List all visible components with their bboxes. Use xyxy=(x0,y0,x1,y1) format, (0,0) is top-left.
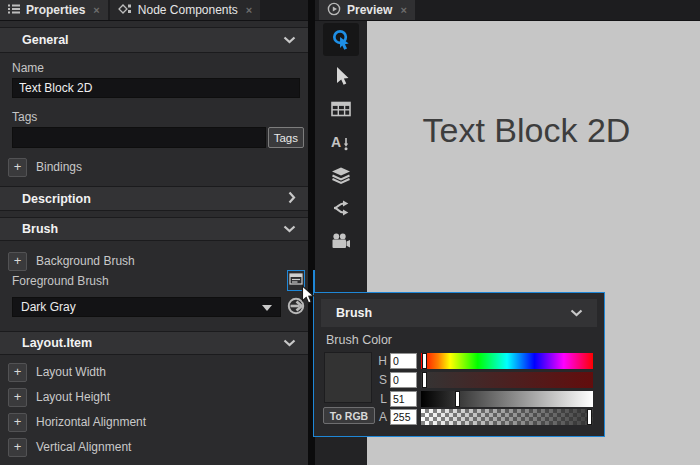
popup-section-brush[interactable]: Brush xyxy=(321,299,597,327)
text-tool[interactable]: A xyxy=(323,130,359,154)
layout-width-label: Layout Width xyxy=(36,365,106,379)
section-general[interactable]: General xyxy=(0,27,308,53)
lightness-slider[interactable] xyxy=(421,391,593,407)
to-rgb-button[interactable]: To RGB xyxy=(323,407,375,424)
layout-height-row: + Layout Height xyxy=(8,387,300,407)
preview-tab-bar: Preview × xyxy=(315,0,700,21)
kanzi-studio-window: Properties × Node Components × General N… xyxy=(0,0,700,465)
section-description[interactable]: Description xyxy=(0,186,308,211)
chevron-down-icon xyxy=(262,300,272,314)
select-tool[interactable] xyxy=(323,64,359,88)
hue-label: H xyxy=(374,354,387,368)
mouse-cursor xyxy=(301,285,315,309)
chevron-right-icon xyxy=(288,191,296,207)
saturation-label: S xyxy=(374,373,387,387)
tags-input[interactable] xyxy=(12,127,266,148)
chevron-down-icon xyxy=(283,336,296,350)
add-layout-width-button[interactable]: + xyxy=(8,363,27,382)
layout-width-row: + Layout Width xyxy=(8,362,300,382)
alpha-row: A xyxy=(374,408,593,425)
close-icon[interactable]: × xyxy=(400,4,406,16)
camera-tool[interactable] xyxy=(323,229,359,253)
tab-preview[interactable]: Preview × xyxy=(319,0,415,20)
tab-node-components-label: Node Components xyxy=(138,3,238,17)
foreground-brush-dropdown[interactable]: Dark Gray xyxy=(12,297,281,317)
alpha-input[interactable] xyxy=(390,409,417,425)
section-brush-title: Brush xyxy=(22,222,58,236)
foreground-brush-value: Dark Gray xyxy=(21,300,76,314)
lightness-slider-marker[interactable] xyxy=(455,391,460,407)
popup-brush-title: Brush xyxy=(336,306,372,320)
add-background-brush-button[interactable]: + xyxy=(8,252,27,271)
tags-button[interactable]: Tags xyxy=(268,127,304,148)
left-tab-bar: Properties × Node Components × xyxy=(0,0,308,21)
hue-slider[interactable] xyxy=(421,353,593,369)
tab-node-components[interactable]: Node Components × xyxy=(110,0,261,20)
section-layout-item-title: Layout.Item xyxy=(22,336,92,350)
interact-tool[interactable] xyxy=(323,23,359,56)
color-swatch xyxy=(324,352,372,403)
horizontal-alignment-row: + Horizontal Alignment xyxy=(8,412,300,432)
connections-tool[interactable] xyxy=(323,196,359,220)
tab-preview-label: Preview xyxy=(347,3,392,17)
tab-properties-label: Properties xyxy=(26,3,85,17)
section-general-title: General xyxy=(22,33,69,47)
svg-text:A: A xyxy=(331,134,341,150)
saturation-input[interactable] xyxy=(390,372,417,388)
grid-tool[interactable] xyxy=(323,97,359,121)
section-description-title: Description xyxy=(22,192,91,206)
tab-properties[interactable]: Properties × xyxy=(0,0,108,20)
alpha-label: A xyxy=(374,410,387,424)
bindings-row: + Bindings xyxy=(8,157,300,177)
lightness-label: L xyxy=(374,392,387,406)
lightness-input[interactable] xyxy=(390,391,417,407)
background-brush-row: + Background Brush xyxy=(8,251,300,271)
tags-row: Tags xyxy=(12,127,304,148)
saturation-row: S xyxy=(374,371,593,388)
close-icon[interactable]: × xyxy=(93,4,99,16)
hue-row: H xyxy=(374,352,593,369)
lightness-row: L xyxy=(374,390,593,407)
canvas-text-block: Text Block 2D xyxy=(367,111,686,150)
add-horizontal-alignment-button[interactable]: + xyxy=(8,413,27,432)
add-binding-button[interactable]: + xyxy=(8,158,27,177)
name-input[interactable] xyxy=(12,78,300,98)
chevron-down-icon xyxy=(283,222,296,236)
chevron-down-icon xyxy=(570,306,583,320)
foreground-brush-dropdown-row: Dark Gray xyxy=(12,297,306,317)
foreground-brush-row: Foreground Brush xyxy=(12,271,305,292)
foreground-brush-label: Foreground Brush xyxy=(12,272,109,290)
vertical-alignment-row: + Vertical Alignment xyxy=(8,437,300,457)
properties-panel: Properties × Node Components × General N… xyxy=(0,0,308,465)
vertical-alignment-label: Vertical Alignment xyxy=(36,440,131,454)
saturation-slider-marker[interactable] xyxy=(422,372,427,388)
list-icon xyxy=(8,3,20,18)
section-brush[interactable]: Brush xyxy=(0,217,308,241)
brush-color-popup: Brush Brush Color To RGB H S L xyxy=(313,292,605,437)
name-label: Name xyxy=(12,61,296,76)
tags-label: Tags xyxy=(12,110,296,125)
hue-input[interactable] xyxy=(390,353,417,369)
alpha-slider[interactable] xyxy=(421,409,593,425)
background-brush-label: Background Brush xyxy=(36,254,135,268)
node-components-icon xyxy=(118,3,132,18)
layers-tool[interactable] xyxy=(323,163,359,187)
hue-slider-marker[interactable] xyxy=(422,353,427,369)
bindings-label: Bindings xyxy=(36,160,82,174)
layout-height-label: Layout Height xyxy=(36,390,110,404)
play-circle-icon xyxy=(327,2,341,19)
add-layout-height-button[interactable]: + xyxy=(8,388,27,407)
horizontal-alignment-label: Horizontal Alignment xyxy=(36,415,146,429)
brush-color-label: Brush Color xyxy=(326,333,392,347)
close-icon[interactable]: × xyxy=(246,4,252,16)
saturation-slider[interactable] xyxy=(421,372,593,388)
alpha-slider-marker[interactable] xyxy=(587,409,592,425)
add-vertical-alignment-button[interactable]: + xyxy=(8,438,27,457)
chevron-down-icon xyxy=(283,33,296,47)
section-layout-item[interactable]: Layout.Item xyxy=(0,331,308,355)
